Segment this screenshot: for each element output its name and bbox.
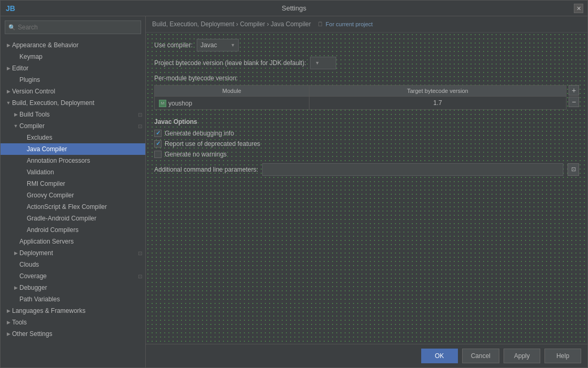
checkbox-generate-debugging[interactable]: ✓ [154,130,162,137]
sidebar-item-other-settings[interactable]: ▶ Other Settings [1,328,145,340]
checkbox-row-report-deprecated: ✓ Report use of deprecated features [154,140,579,148]
module-cell: M youshop [155,97,309,110]
target-cell: 1.7 [309,97,566,110]
use-compiler-row: Use compiler: Javac ▼ [154,39,579,51]
per-module-label: Per-module bytecode version: [154,75,579,82]
sidebar-item-debugger[interactable]: ▶ Debugger [1,282,145,293]
sidebar-item-editor[interactable]: ▶ Editor [1,62,145,74]
sidebar-item-java-compiler[interactable]: Java Compiler [1,143,145,155]
sidebar-item-path-variables[interactable]: Path Variables [1,293,145,305]
ok-button[interactable]: OK [421,349,458,363]
cmd-params-input[interactable] [262,163,563,176]
expand-arrow: ▶ [12,284,19,291]
remove-module-button[interactable]: − [569,97,579,107]
sidebar-item-coverage[interactable]: Coverage ⊡ [1,270,145,282]
search-icon: 🔍 [8,24,16,31]
dropdown-arrow-icon: ▼ [315,60,319,66]
module-name: youshop [168,100,192,107]
breadcrumb-project: For current project [326,21,373,27]
settings-window: JB Settings ✕ 🔍 ▶ Appearance & Behavior … [0,0,588,368]
search-input[interactable] [18,24,137,31]
sidebar-item-label: Appearance & Behavior [12,41,79,49]
sidebar-item-build-execution[interactable]: ▼ Build, Execution, Deployment [1,97,145,109]
cancel-button[interactable]: Cancel [462,349,499,363]
checkbox-row-generate-no-warnings: Generate no warnings [154,151,579,158]
sidebar-item-actionscript-compiler[interactable]: ActionScript & Flex Compiler [1,201,145,213]
breadcrumb: Build, Execution, Deployment › Compiler … [146,16,587,33]
help-button[interactable]: Help [544,349,581,363]
sidebar-item-label: Path Variables [19,296,60,303]
search-box[interactable]: 🔍 [5,20,141,34]
sidebar-item-appearance-behavior[interactable]: ▶ Appearance & Behavior [1,39,145,51]
checkbox-generate-no-warnings[interactable] [154,151,162,158]
sidebar-item-label: ActionScript & Flex Compiler [27,203,107,211]
breadcrumb-path: Build, Execution, Deployment › Compiler … [152,20,311,28]
module-icon: M youshop [159,100,192,107]
sidebar-item-label: Validation [27,169,54,176]
col-header-module: Module [155,86,309,97]
add-module-button[interactable]: + [569,85,579,96]
main-content: 🔍 ▶ Appearance & Behavior Keymap ▶ Edito… [1,16,587,367]
sidebar-item-gradle-android-compiler[interactable]: Gradle-Android Compiler [1,213,145,224]
cmd-params-row: Additional command line parameters: ⊡ [154,163,579,176]
sidebar-item-languages-frameworks[interactable]: ▶ Languages & Frameworks [1,305,145,317]
checkmark-icon: ✓ [156,130,161,136]
sidebar-item-label: Version Control [12,88,55,95]
sidebar-item-application-servers[interactable]: Application Servers [1,236,145,247]
bottom-bar: OK Cancel Apply Help [146,344,587,367]
sidebar-item-label: Languages & Frameworks [12,307,85,314]
use-compiler-dropdown[interactable]: Javac ▼ [197,39,239,51]
apply-button[interactable]: Apply [504,349,540,363]
sidebar-item-label: Excludes [27,134,52,141]
table-row[interactable]: M youshop 1.7 [155,97,566,110]
right-panel: Build, Execution, Deployment › Compiler … [146,16,587,367]
sidebar: 🔍 ▶ Appearance & Behavior Keymap ▶ Edito… [1,16,146,367]
expand-arrow-placeholder [12,272,19,280]
sidebar-item-version-control[interactable]: ▶ Version Control [1,86,145,97]
sidebar-item-rmi-compiler[interactable]: RMI Compiler [1,178,145,190]
sidebar-item-groovy-compiler[interactable]: Groovy Compiler [1,190,145,201]
sidebar-item-label: Keymap [19,53,42,60]
sidebar-item-label: Build, Execution, Deployment [12,99,94,107]
sidebar-item-compiler[interactable]: ▼ Compiler ⊡ [1,120,145,132]
expand-arrow: ▶ [12,111,19,118]
bytecode-version-label: Project bytecode version (leave blank fo… [154,59,306,67]
sidebar-item-plugins[interactable]: Plugins [1,74,145,86]
copy-icon: ⊡ [138,123,142,129]
sidebar-item-excludes[interactable]: Excludes [1,132,145,143]
expand-arrow-placeholder [19,192,27,199]
sidebar-item-label: Gradle-Android Compiler [27,215,97,222]
expand-arrow: ▼ [12,122,19,130]
checkbox-label-generate-debugging: Generate debugging info [165,130,234,137]
sidebar-item-tools[interactable]: ▶ Tools [1,317,145,328]
bytecode-version-dropdown[interactable]: ▼ [310,57,336,69]
cmd-params-label: Additional command line parameters: [154,166,258,173]
sidebar-item-annotation-processors[interactable]: Annotation Processors [1,155,145,166]
sidebar-item-label: Other Settings [12,330,52,338]
cmd-expand-button[interactable]: ⊡ [568,163,579,176]
sidebar-item-label: Groovy Compiler [27,192,74,199]
expand-arrow: ▶ [5,88,12,95]
sidebar-item-build-tools[interactable]: ▶ Build Tools ⊡ [1,109,145,120]
panel-body: Use compiler: Javac ▼ Project bytecode v… [146,33,587,344]
expand-arrow-placeholder [19,215,27,222]
module-table-wrapper: Module Target bytecode version M youshop [154,85,579,110]
sidebar-item-validation[interactable]: Validation [1,166,145,178]
sidebar-item-label: Tools [12,319,27,326]
expand-arrow-placeholder [19,169,27,176]
expand-arrow-placeholder [12,76,19,83]
module-box-icon: M [159,100,166,107]
sidebar-item-label: Java Compiler [27,145,67,153]
checkbox-report-deprecated[interactable]: ✓ [154,140,162,148]
sidebar-item-label: Plugins [19,76,40,83]
expand-arrow-placeholder [19,226,27,234]
expand-arrow-placeholder [12,261,19,268]
sidebar-item-deployment[interactable]: ▶ Deployment ⊡ [1,247,145,259]
sidebar-item-label: Android Compilers [27,226,79,234]
module-table: Module Target bytecode version M youshop [154,85,566,110]
sidebar-item-android-compilers[interactable]: Android Compilers [1,224,145,236]
sidebar-item-clouds[interactable]: Clouds [1,259,145,270]
sidebar-item-label: Editor [12,65,28,72]
close-button[interactable]: ✕ [574,4,583,13]
sidebar-item-keymap[interactable]: Keymap [1,51,145,62]
